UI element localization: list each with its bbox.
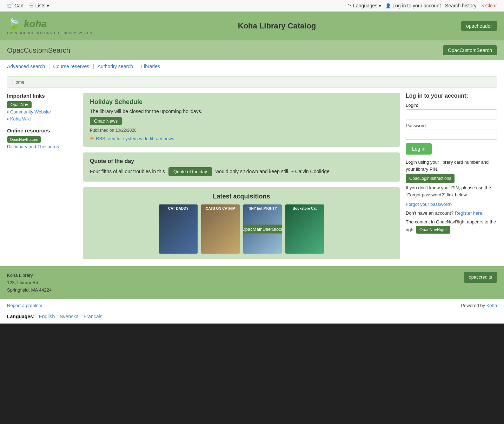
quote-section: Quote of the day Four fifths of all our … bbox=[83, 152, 400, 182]
login-box: Log in to your account: Login: Password:… bbox=[406, 93, 497, 235]
login-button[interactable]: Log in bbox=[406, 143, 432, 155]
flag-icon bbox=[347, 3, 352, 8]
cart-link[interactable]: Cart bbox=[7, 3, 24, 8]
footer-address: opaccredits Koha Library 123, Library Rd… bbox=[7, 272, 497, 294]
language-francais[interactable]: Français bbox=[84, 314, 102, 319]
site-footer: opaccredits Koha Library 123, Library Rd… bbox=[0, 266, 504, 299]
lists-dropdown-icon: ▾ bbox=[47, 3, 49, 8]
clear-button[interactable]: Clear bbox=[481, 3, 497, 8]
languages-button[interactable]: Languages ▾ bbox=[347, 3, 381, 8]
news-date: Published on 10/22/2020 bbox=[90, 128, 393, 133]
book-cover-3[interactable]: TINY but MIGHTY OpacMainUserBlock bbox=[243, 204, 282, 254]
quote-title: Quote of the day bbox=[90, 158, 393, 164]
person-icon bbox=[385, 3, 391, 8]
news-title: Holiday Schedule bbox=[90, 98, 393, 106]
book-cover-4[interactable]: Bookstore Cat bbox=[285, 204, 324, 254]
top-nav-left: Cart Lists ▾ bbox=[7, 3, 49, 8]
register-link[interactable]: Register here. bbox=[455, 210, 484, 216]
opacheader-badge[interactable]: opacheader bbox=[461, 21, 497, 31]
instructions-text: Login using your library card number and… bbox=[406, 159, 489, 172]
rss-icon: ⊕ bbox=[90, 136, 94, 141]
logo-image: 🍃 koha bbox=[7, 17, 47, 31]
site-header: 🍃 koha OPEN-SOURCE INTEGRATED LIBRARY SY… bbox=[0, 12, 504, 40]
book-cover-2[interactable]: CATS ON CATNIP bbox=[201, 204, 240, 254]
logo-leaf-icon: 🍃 bbox=[7, 17, 21, 31]
powered-by: Powered by Koha bbox=[461, 303, 497, 308]
rss-label: RSS feed for system-wide library news bbox=[96, 136, 174, 141]
footer-bottom: Report a problem Powered by Koha bbox=[0, 299, 504, 312]
libraries-link[interactable]: Libraries bbox=[141, 64, 160, 69]
important-links-section: Important links OpacNav • Community Webs… bbox=[7, 93, 77, 122]
instructions-extra: If you don't know your PIN, please use t… bbox=[406, 185, 491, 197]
password-field-group: Password: bbox=[406, 123, 497, 140]
no-account-text: Don't have an account? Register here. bbox=[406, 210, 497, 216]
powered-by-koha-link[interactable]: Koha bbox=[486, 303, 497, 308]
opac-news-badge[interactable]: Opac News bbox=[90, 117, 122, 125]
news-body: The library will be closed for the upcom… bbox=[90, 109, 393, 114]
separator-2: | bbox=[93, 64, 95, 69]
quote-text-after: would only sit down and keep still. ~ Ca… bbox=[214, 169, 330, 174]
authority-search-link[interactable]: Authority search bbox=[98, 64, 133, 69]
course-reserves-link[interactable]: Course reserves bbox=[53, 64, 89, 69]
site-title: Koha Library Catalog bbox=[238, 21, 316, 31]
right-sidebar: Log in to your account: Login: Password:… bbox=[406, 93, 497, 259]
language-english[interactable]: English bbox=[39, 314, 55, 319]
opacnavbottom-badge[interactable]: OpacNavBottom bbox=[7, 136, 41, 143]
left-sidebar: Important links OpacNav • Community Webs… bbox=[7, 93, 77, 259]
news-section: Holiday Schedule The library will be clo… bbox=[83, 93, 400, 147]
book-title-2: CATS ON CATNIP bbox=[201, 206, 240, 211]
quote-text-before: Four fifths of all our troubles in this bbox=[90, 169, 166, 174]
community-website-link[interactable]: Community Website bbox=[10, 109, 51, 115]
opaclogininstructions-badge[interactable]: OpacLoginInstructions bbox=[406, 174, 455, 183]
search-history-link[interactable]: Search history bbox=[445, 3, 476, 8]
online-resources-heading: Online resources bbox=[7, 128, 77, 133]
breadcrumb-home: Home bbox=[12, 79, 25, 85]
no-account-label: Don't have an account? bbox=[406, 210, 453, 216]
bullet-icon-2: • bbox=[7, 116, 9, 122]
report-problem-link[interactable]: Report a problem bbox=[7, 303, 42, 308]
important-links-heading: Important links bbox=[7, 93, 77, 99]
login-link[interactable]: Log in to your account bbox=[385, 3, 441, 8]
site-logo: 🍃 koha OPEN-SOURCE INTEGRATED LIBRARY SY… bbox=[7, 17, 93, 35]
quote-text: Four fifths of all our troubles in this … bbox=[90, 167, 393, 176]
dictionary-link[interactable]: Dictionary and Thesaurus bbox=[7, 144, 59, 149]
search-history-label: Search history bbox=[445, 3, 476, 8]
login-field-group: Login: bbox=[406, 103, 497, 119]
password-input[interactable] bbox=[406, 130, 497, 140]
cart-label: Cart bbox=[14, 3, 24, 8]
top-nav-right: Languages ▾ Log in to your account Searc… bbox=[347, 3, 497, 8]
koha-wiki-item: • Koha Wiki bbox=[7, 116, 77, 122]
logo-subtitle: OPEN-SOURCE INTEGRATED LIBRARY SYSTEM bbox=[7, 31, 93, 35]
login-box-heading: Log in to your account: bbox=[406, 93, 497, 99]
quote-of-the-day-badge[interactable]: Quote of the day bbox=[168, 167, 212, 176]
bullet-icon: • bbox=[7, 109, 9, 115]
opacnavright-badge[interactable]: OpacNavRight bbox=[416, 226, 450, 234]
opacnav-badge[interactable]: OpacNav bbox=[7, 101, 32, 108]
opac-custom-search-badge[interactable]: OpacCustomSearch bbox=[443, 45, 497, 55]
login-label: Login: bbox=[406, 103, 497, 108]
breadcrumb: Home bbox=[7, 76, 497, 88]
book-covers: CAT DADDY CATS ON CATNIP TINY but MIGHTY… bbox=[90, 204, 393, 254]
top-nav: Cart Lists ▾ Languages ▾ Log in to your … bbox=[0, 0, 504, 12]
online-resources-section: Online resources OpacNavBottom Dictionar… bbox=[7, 128, 77, 149]
rss-link[interactable]: ⊕ RSS feed for system-wide library news bbox=[90, 136, 393, 141]
clear-icon bbox=[481, 3, 484, 8]
custom-search-label: OpacCustomSearch bbox=[7, 46, 70, 54]
book-title-3: TINY but MIGHTY bbox=[243, 206, 282, 211]
footer-address-2: Springfield, MA 44224 bbox=[7, 287, 497, 294]
language-svenska[interactable]: Svenska bbox=[60, 314, 79, 319]
languages-dropdown-icon: ▾ bbox=[379, 3, 381, 8]
advanced-search-link[interactable]: Advanced search bbox=[7, 64, 45, 69]
three-col-layout: Important links OpacNav • Community Webs… bbox=[7, 93, 497, 259]
opac-main-user-badge[interactable]: OpacMainUserBlock bbox=[243, 225, 282, 234]
forgot-password-link[interactable]: Forgot your password? bbox=[406, 202, 497, 207]
login-input[interactable] bbox=[406, 109, 497, 119]
opaccredits-badge[interactable]: opaccredits bbox=[464, 272, 497, 283]
languages-label: Languages bbox=[353, 3, 377, 8]
lists-link[interactable]: Lists ▾ bbox=[29, 3, 49, 8]
separator-1: | bbox=[48, 64, 51, 69]
sub-nav: Advanced search | Course reserves | Auth… bbox=[0, 60, 504, 73]
languages-bar-label: Languages: bbox=[7, 314, 35, 319]
book-cover-1[interactable]: CAT DADDY bbox=[159, 204, 198, 254]
koha-wiki-link[interactable]: Koha Wiki bbox=[10, 116, 31, 122]
